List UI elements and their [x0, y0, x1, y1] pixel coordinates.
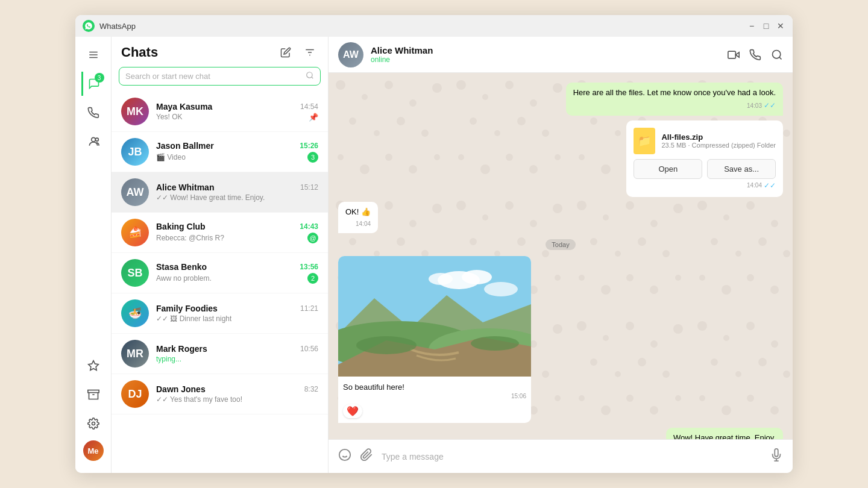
chat-name-family: Family Foodies — [156, 304, 218, 313]
message-text-m3: OK! 👍 — [345, 207, 371, 217]
chat-header-status: online — [371, 55, 720, 64]
chat-info-dawn: Dawn Jones 8:32 ✓✓ Yes that's my fave to… — [156, 384, 318, 404]
nav-calls-icon[interactable] — [81, 101, 105, 125]
chat-preview-jason: 🎬 Video — [156, 153, 186, 161]
svg-point-19 — [429, 273, 453, 285]
video-call-button[interactable] — [728, 49, 740, 61]
chat-item-baking[interactable]: 🍰 Baking Club 14:43 Rebecca: @Chris R? @ — [112, 213, 328, 253]
nav-menu-icon[interactable] — [81, 43, 105, 67]
search-input[interactable] — [125, 72, 301, 81]
avatar-mark: MR — [121, 340, 149, 368]
chat-item-maya[interactable]: MK Maya Kasuma 14:54 Yes! OK 📌 — [112, 92, 328, 132]
chats-badge: 3 — [95, 73, 104, 83]
chat-info-alice: Alice Whitman 15:12 ✓✓ Wow! Have great t… — [156, 183, 318, 202]
save-file-button[interactable]: Save as... — [707, 159, 776, 179]
maximize-button[interactable]: □ — [761, 21, 771, 31]
chat-time-mark: 10:56 — [300, 345, 318, 353]
chat-time-family: 11:21 — [300, 304, 318, 313]
chat-item-alice[interactable]: AW Alice Whitman 15:12 ✓✓ Wow! Have grea… — [112, 172, 328, 213]
chat-time-stasa: 13:56 — [300, 263, 318, 271]
chat-item-stasa[interactable]: SB Stasa Benko 13:56 Aww no problem. 2 — [112, 253, 328, 293]
svg-marker-13 — [735, 52, 739, 57]
title-bar-controls: − □ ✕ — [747, 21, 785, 31]
message-text-m5: Wow! Have great time. Enjoy. — [673, 433, 776, 439]
tick-m1: ✓✓ — [764, 101, 776, 111]
mention-badge-baking: @ — [307, 233, 318, 243]
image-bubble-m4: So beautiful here! 15:06 ❤️ — [338, 256, 531, 423]
nav-chats-icon[interactable]: 3 — [81, 72, 105, 96]
nav-settings-icon[interactable] — [81, 411, 105, 436]
avatar-stasa: SB — [121, 259, 149, 287]
message-m1: Here are all the files. Let me know once… — [338, 83, 783, 116]
chat-list-title: Chats — [121, 45, 158, 60]
svg-point-25 — [356, 336, 417, 354]
avatar-maya: MK — [121, 98, 149, 125]
avatar-baking: 🍰 — [121, 219, 149, 246]
chat-item-mark[interactable]: MR Mark Rogers 10:56 typing... — [112, 334, 328, 374]
avatar-alice: AW — [121, 178, 149, 206]
voice-call-button[interactable] — [749, 49, 761, 61]
mountain-image — [338, 256, 531, 377]
file-info-m2: 📁 All-files.zip 23.5 MB · Compressed (zi… — [634, 128, 776, 154]
image-time-m4: 15:06 — [338, 393, 531, 402]
svg-point-26 — [471, 336, 519, 351]
new-chat-button[interactable] — [277, 44, 294, 61]
chat-header-avatar[interactable]: AW — [338, 42, 363, 67]
chat-item-family[interactable]: 🍜 Family Foodies 11:21 ✓✓ 🖼 Dinner last … — [112, 293, 328, 334]
nav-starred-icon[interactable] — [81, 354, 105, 378]
chat-name-alice: Alice Whitman — [156, 183, 214, 192]
open-file-button[interactable]: Open — [634, 159, 702, 179]
chat-info-mark: Mark Rogers 10:56 typing... — [156, 344, 318, 363]
attachment-icon[interactable] — [360, 448, 373, 465]
chat-name-stasa: Stasa Benko — [156, 262, 207, 272]
chat-header-name: Alice Whitman — [371, 45, 720, 55]
chat-item-jason[interactable]: JB Jason Ballmer 15:26 🎬 Video 3 — [112, 132, 328, 172]
chat-preview-mark: typing... — [156, 355, 181, 363]
svg-point-4 — [95, 138, 98, 141]
file-actions-m2: Open Save as... — [634, 159, 776, 179]
message-m2: 📁 All-files.zip 23.5 MB · Compressed (zi… — [338, 120, 783, 197]
search-in-chat-button[interactable] — [771, 49, 783, 61]
svg-marker-5 — [88, 361, 98, 371]
voice-message-icon[interactable] — [770, 448, 783, 465]
chat-time-alice: 15:12 — [300, 183, 318, 192]
chat-preview-dawn: ✓✓ Yes that's my fave too! — [156, 395, 242, 404]
message-m5: Wow! Have great time. Enjoy. 15:12 ✓✓ — [338, 428, 783, 439]
chat-info-jason: Jason Ballmer 15:26 🎬 Video 3 — [156, 141, 318, 163]
user-avatar[interactable]: Me — [83, 440, 104, 461]
svg-point-15 — [773, 50, 781, 58]
chat-messages[interactable]: Here are all the files. Let me know once… — [329, 73, 793, 439]
pin-icon-maya: 📌 — [309, 113, 318, 122]
unread-badge-stasa: 2 — [307, 273, 318, 284]
svg-point-20 — [484, 282, 518, 296]
chat-time-jason: 15:26 — [300, 142, 318, 150]
date-divider-label: Today — [546, 239, 575, 250]
nav-archived-icon[interactable] — [81, 383, 105, 407]
chat-preview-alice: ✓✓ Wow! Have great time. Enjoy. — [156, 193, 265, 202]
chat-name-baking: Baking Club — [156, 222, 206, 231]
minimize-button[interactable]: − — [747, 21, 756, 31]
chat-name-jason: Jason Ballmer — [156, 141, 214, 151]
chat-header: AW Alice Whitman online — [329, 37, 793, 73]
chat-preview-stasa: Aww no problem. — [156, 274, 212, 283]
app-body: 3 Me — [75, 37, 793, 473]
message-text-m1: Here are all the files. Let me know once… — [573, 87, 776, 98]
chat-item-dawn[interactable]: DJ Dawn Jones 8:32 ✓✓ Yes that's my fave… — [112, 374, 328, 414]
svg-rect-6 — [87, 390, 98, 393]
chat-info-baking: Baking Club 14:43 Rebecca: @Chris R? @ — [156, 222, 318, 243]
image-caption-m4: So beautiful here! — [338, 379, 531, 393]
chat-info-stasa: Stasa Benko 13:56 Aww no problem. 2 — [156, 262, 318, 284]
nav-rail: 3 Me — [75, 37, 112, 473]
chat-time-baking: 14:43 — [300, 222, 318, 231]
chat-input-bar — [329, 439, 793, 473]
nav-communities-icon[interactable] — [81, 130, 105, 154]
emoji-icon[interactable] — [338, 448, 351, 465]
bubble-sent-m1: Here are all the files. Let me know once… — [566, 83, 783, 116]
message-input[interactable] — [382, 452, 761, 461]
close-button[interactable]: ✕ — [776, 21, 785, 31]
search-bar — [112, 67, 328, 92]
filter-button[interactable] — [301, 44, 318, 61]
unread-badge-jason: 3 — [307, 152, 318, 163]
chat-list-panel: Chats — [112, 37, 329, 473]
chat-header-actions — [728, 49, 783, 61]
